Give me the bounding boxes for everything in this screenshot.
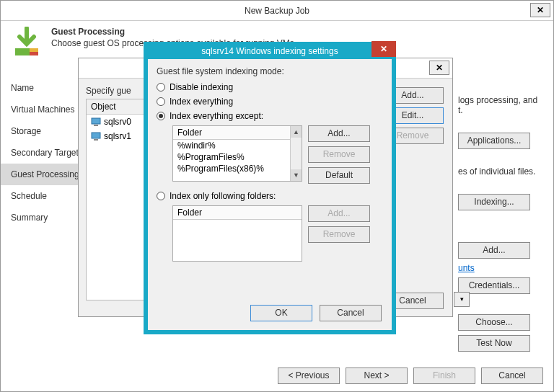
svg-rect-2 (30, 52, 38, 55)
indexing-ok-button[interactable]: OK (250, 305, 312, 321)
svg-rect-1 (30, 48, 38, 52)
radio-icon (157, 83, 165, 92)
folder-item[interactable]: %windir% (173, 140, 302, 151)
finish-button: Finish (413, 368, 475, 384)
svg-rect-6 (94, 139, 98, 141)
main-close-button[interactable]: ✕ (530, 3, 550, 17)
guest-processing-icon (11, 27, 43, 58)
folder-list-header: Folder (173, 126, 302, 140)
main-titlebar: New Backup Job ✕ (1, 1, 553, 21)
radio-index-everything[interactable]: Index everything (157, 97, 383, 107)
except-remove-button: Remove (308, 146, 370, 163)
indexing-button[interactable]: Indexing... (458, 194, 530, 210)
indexing-close-button[interactable]: ✕ (371, 41, 396, 57)
only-remove-button: Remove (308, 226, 370, 243)
only-folder-list: Folder (172, 205, 302, 262)
radio-index-everything-except[interactable]: Index everything except: (157, 111, 383, 121)
right-panel: logs processing, and t. Applications... … (458, 95, 545, 352)
radio-label: Index everything except: (170, 111, 263, 121)
header-title: Guest Processing (51, 27, 296, 37)
applications-button[interactable]: Applications... (458, 133, 530, 149)
vm-icon (91, 117, 101, 127)
scrollbar[interactable]: ▲ ▼ (290, 126, 302, 181)
radio-label: Index only following folders: (170, 191, 276, 201)
choose-button[interactable]: Choose... (458, 314, 530, 331)
test-now-button[interactable]: Test Now (458, 335, 530, 352)
next-button[interactable]: Next > (346, 368, 408, 384)
vm-icon (91, 131, 101, 141)
radio-icon (157, 192, 165, 200)
credentials-dropdown-arrow[interactable]: ▾ (454, 292, 470, 307)
wizard-footer: < Previous Next > Finish Cancel (278, 368, 543, 384)
radio-icon (157, 97, 165, 106)
scroll-down-arrow[interactable]: ▼ (291, 169, 302, 181)
text-fragment-files: es of individual files. (458, 166, 545, 177)
radio-icon (157, 112, 165, 120)
indexing-titlebar: sqlsrv14 Windows indexing settings ✕ (144, 42, 396, 59)
only-add-button: Add... (308, 205, 370, 222)
svg-rect-4 (94, 125, 98, 126)
svg-rect-3 (92, 118, 100, 124)
object-name: sqlsrv1 (104, 131, 131, 141)
wizard-cancel-button[interactable]: Cancel (481, 368, 543, 384)
right-add-button[interactable]: Add... (458, 242, 530, 259)
text-fragment-t: t. (458, 105, 545, 115)
folder-list-header: Folder (173, 206, 302, 220)
except-add-button[interactable]: Add... (308, 125, 370, 142)
scroll-track[interactable] (291, 138, 302, 169)
except-default-button[interactable]: Default (308, 167, 370, 184)
radio-disable-indexing[interactable]: Disable indexing (157, 82, 383, 92)
main-window-title: New Backup Job (245, 6, 309, 16)
radio-index-only-following[interactable]: Index only following folders: (157, 191, 383, 201)
radio-label: Index everything (170, 97, 233, 107)
previous-button[interactable]: < Previous (278, 368, 340, 384)
manage-accounts-link[interactable]: unts (458, 263, 475, 273)
indexing-settings-dialog: sqlsrv14 Windows indexing settings ✕ Gue… (144, 42, 396, 334)
except-folder-list[interactable]: Folder %windir% %ProgramFiles% %ProgramF… (172, 125, 302, 182)
objects-close-button[interactable]: ✕ (429, 61, 449, 75)
svg-rect-5 (92, 133, 100, 138)
text-fragment-logs: logs processing, and (458, 95, 545, 105)
folder-item[interactable]: %ProgramFiles(x86)% (173, 163, 302, 174)
radio-label: Disable indexing (170, 82, 233, 92)
indexing-mode-label: Guest file system indexing mode: (157, 66, 383, 76)
indexing-dialog-title: sqlsrv14 Windows indexing settings (201, 46, 338, 56)
folder-item[interactable]: %ProgramFiles% (173, 151, 302, 163)
indexing-cancel-button[interactable]: Cancel (320, 305, 382, 321)
scroll-up-arrow[interactable]: ▲ (291, 126, 302, 138)
object-name: sqlsrv0 (104, 117, 131, 127)
